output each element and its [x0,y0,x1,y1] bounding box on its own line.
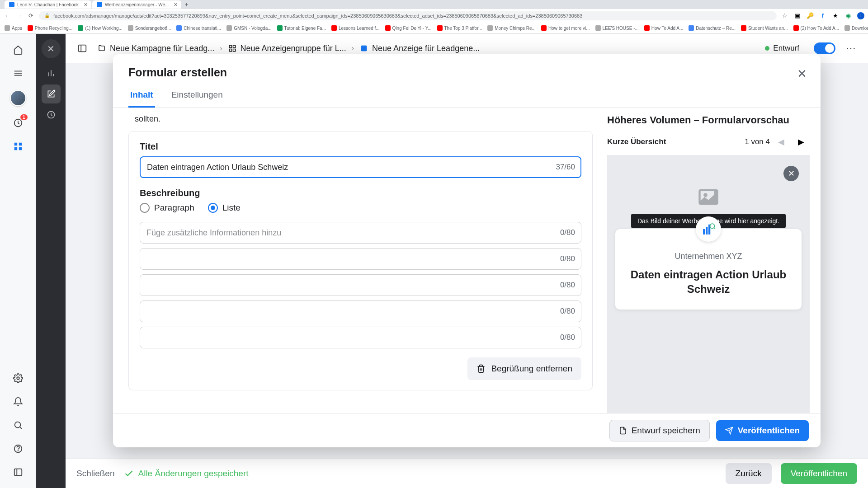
tab-content[interactable]: Inhalt [128,85,155,108]
bookmark-favicon-icon [541,25,547,31]
bookmark-item[interactable]: LEE'S HOUSE -... [595,25,639,31]
bookmark-item[interactable]: Phone Recycling... [28,25,72,31]
settings-icon[interactable] [11,371,25,385]
home-icon[interactable] [11,43,25,56]
notification-badge: 1 [20,114,28,120]
bookmark-favicon-icon [226,25,232,31]
next-step-icon[interactable]: ▶ [793,133,810,150]
bookmark-item[interactable]: Apps [5,25,22,31]
bookmark-item[interactable]: Money Chimps Re... [487,25,536,31]
save-draft-button[interactable]: Entwurf speichern [609,420,710,441]
form-preview: ✕ Das Bild deiner Werbeanzeige wird hier… [607,155,810,413]
nav-forward-icon[interactable]: → [15,12,23,19]
bookmark-item[interactable]: GMSN - Vologda... [226,25,271,31]
lock-icon: 🔒 [44,13,50,18]
bookmark-favicon-icon [176,25,182,31]
chart-icon[interactable] [42,64,61,83]
browser-tab-active[interactable]: Werbeanzeigenmanager - We... ✕ [92,0,181,9]
bookmark-star-icon[interactable]: ☆ [781,12,788,19]
tab-close-icon[interactable]: ✕ [84,2,88,8]
remove-greeting-button[interactable]: Begrüßung entfernen [467,357,581,380]
bookmark-item[interactable]: How To Add A... [644,25,683,31]
bookmark-item[interactable]: (2) How To Add A... [793,25,839,31]
menu-icon[interactable] [11,66,25,80]
browser-tab[interactable]: Leon R. Chaudhari | Facebook ✕ [5,0,91,9]
bookmark-item[interactable]: Chinese translati... [176,25,221,31]
ads-manager-icon[interactable] [11,140,25,153]
bookmark-item[interactable]: The Top 3 Platfor... [437,25,482,31]
modal-publish-button[interactable]: Veröffentlichen [716,420,809,441]
prev-step-icon[interactable]: ◀ [773,133,790,150]
bookmark-item[interactable]: Qing Fei De Yi - Y... [385,25,432,31]
favicon-icon [9,2,14,7]
send-icon [725,427,733,435]
collapse-icon[interactable] [11,465,25,479]
bookmark-item[interactable]: Datenschutz – Re... [689,25,736,31]
bookmark-favicon-icon [644,25,650,31]
avatar-icon[interactable]: L [857,12,864,19]
bookmark-item[interactable]: (1) How Working... [78,25,123,31]
tab-settings[interactable]: Einstellungen [170,85,225,108]
browser-tab-strip: Leon R. Chaudhari | Facebook ✕ Werbeanze… [0,0,868,9]
list-input-5[interactable] [140,327,581,348]
search-icon[interactable] [11,418,25,432]
pwd-icon[interactable]: 🔑 [807,12,814,19]
dashboard-icon[interactable]: 1 [11,116,25,130]
edit-icon[interactable] [42,84,61,103]
list-input-4[interactable] [140,300,581,322]
bookmark-favicon-icon [277,25,283,31]
bookmark-favicon-icon [331,25,337,31]
editor-panel-rail: ✕ [36,34,66,488]
modal-close-icon[interactable]: ✕ [797,67,807,81]
svg-rect-26 [703,229,705,235]
bookmark-favicon-icon [437,25,443,31]
nav-reload-icon[interactable]: ⟳ [27,12,34,19]
preview-headline: Daten eintragen Action Urlaub Schweiz [625,267,792,297]
title-input[interactable] [140,156,581,178]
history-icon[interactable] [42,105,61,124]
radio-list[interactable]: Liste [208,203,241,213]
preview-company: Unternehmen XYZ [625,252,792,261]
new-tab-button[interactable]: + [182,0,190,9]
svg-line-30 [714,228,715,229]
bookmark-favicon-icon [128,25,133,31]
help-icon[interactable] [11,442,25,455]
ext-green-icon[interactable]: ◉ [844,12,852,19]
preview-step-label: Kurze Übersicht [607,137,666,146]
title-char-count: 37/60 [556,163,575,172]
url-bar[interactable]: 🔒 facebook.com/adsmanager/manage/ads/edi… [39,11,777,20]
favicon-icon [97,2,102,7]
bookmark-item[interactable]: Sonderangebot!... [128,25,171,31]
modal-overlay: ✕ Formular erstellen Inhalt Einstellunge… [66,34,868,488]
tab-close-icon[interactable]: ✕ [174,2,178,8]
bookmark-favicon-icon [595,25,601,31]
svg-point-9 [14,422,20,428]
title-field-label: Titel [140,141,581,152]
radio-paragraph[interactable]: Paragraph [140,203,194,213]
svg-rect-13 [14,469,22,476]
bookmark-item[interactable]: Lessons Learned f... [331,25,380,31]
bookmark-bar: AppsPhone Recycling...(1) How Working...… [0,22,868,34]
svg-rect-5 [19,143,21,145]
bell-icon[interactable] [11,395,25,408]
bookmark-favicon-icon [689,25,694,31]
bookmark-item[interactable]: Student Wants an... [741,25,788,31]
close-editor-button[interactable]: ✕ [42,39,61,58]
list-char-count: 0/80 [560,254,575,263]
svg-point-12 [18,450,18,451]
ext-puzzle-icon[interactable]: ★ [832,12,839,19]
user-avatar[interactable] [10,90,26,106]
bookmark-item[interactable]: Download - Cooki... [844,25,868,31]
radio-icon [208,203,218,213]
bookmark-item[interactable]: Tutorial: Eigene Fa... [277,25,326,31]
nav-back-icon[interactable]: ← [4,12,11,19]
create-form-modal: ✕ Formular erstellen Inhalt Einstellunge… [113,54,821,447]
list-input-2[interactable] [140,248,581,270]
video-icon[interactable]: ▣ [794,12,801,19]
list-input-3[interactable] [140,274,581,296]
description-field-label: Beschreibung [140,188,581,198]
bookmark-favicon-icon [385,25,391,31]
ext-fb-icon[interactable]: f [819,12,826,19]
list-input-1[interactable] [140,222,581,244]
bookmark-item[interactable]: How to get more vi... [541,25,590,31]
